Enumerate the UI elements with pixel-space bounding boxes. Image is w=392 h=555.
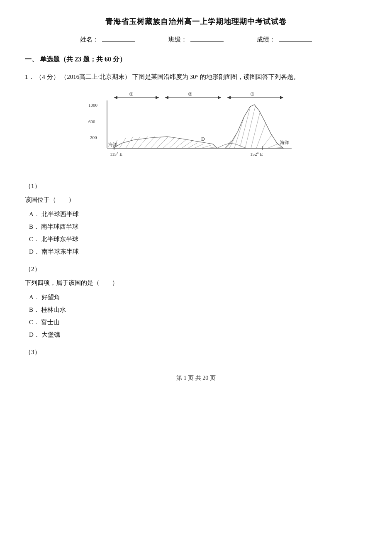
option-b1-label: B． (29, 223, 39, 230)
option-d1-label: D． (29, 248, 40, 255)
name-label: 姓名： (80, 36, 99, 44)
option-c1: C． 北半球东半球 (29, 233, 367, 245)
svg-line-9 (157, 137, 168, 148)
option-a1-text: 北半球西半球 (41, 211, 79, 218)
class-blank (190, 41, 224, 42)
svg-line-27 (268, 144, 278, 148)
name-field: 姓名： (80, 36, 135, 44)
label-d: D (201, 136, 205, 142)
svg-marker-36 (218, 96, 221, 99)
q1-number: 1． (25, 73, 34, 80)
option-a1: A． 北半球西半球 (29, 208, 367, 220)
terrain-svg: 1000 600 200 (88, 90, 304, 173)
sub-q2-options: A． 好望角 B． 桂林山水 C． 富士山 D． 大堡礁 (29, 291, 367, 341)
svg-line-22 (240, 108, 250, 148)
y-label-600: 600 (88, 119, 95, 124)
sub-q1: （1） (25, 181, 367, 192)
svg-line-5 (132, 137, 140, 148)
svg-line-15 (194, 144, 203, 148)
q1-text: 1． （4 分） （2016高二上·北京期末） 下图是某国沿纬度为 30° 的地… (25, 71, 367, 83)
svg-marker-38 (227, 96, 231, 99)
option-a2-text: 好望角 (41, 294, 60, 301)
arrow-label-1: ① (129, 91, 134, 97)
option-d1-text: 南半球东半球 (41, 248, 79, 255)
section1-header: 一、 单选题（共 23 题；共 60 分） (25, 55, 367, 64)
x-label-115: 115° E (110, 152, 122, 156)
score-field: 成绩： (257, 36, 312, 44)
x-label-152: 152° E (250, 152, 263, 156)
option-d2-label: D． (29, 331, 40, 338)
sub-q1-options: A． 北半球西半球 B． 南半球西半球 C． 北半球东半球 D． 南半球东半球 (29, 208, 367, 258)
option-c1-text: 北半球东半球 (41, 236, 78, 242)
sub-q2: （2） (25, 264, 367, 275)
svg-line-10 (163, 138, 174, 148)
question-1: 1． （4 分） （2016高二上·北京期末） 下图是某国沿纬度为 30° 的地… (25, 71, 367, 358)
option-b2-label: B． (29, 306, 39, 313)
option-d2-text: 大堡礁 (41, 331, 60, 338)
svg-line-8 (151, 137, 161, 148)
svg-line-21 (234, 116, 244, 148)
q1-score: （4 分） (36, 73, 59, 80)
option-d1: D． 南半球东半球 (29, 245, 367, 258)
label-ocean-left: 海洋 (108, 142, 117, 147)
option-d2: D． 大堡礁 (29, 328, 367, 341)
y-label-200: 200 (90, 135, 97, 140)
svg-marker-33 (156, 96, 159, 99)
class-field: 班级： (168, 36, 224, 44)
terrain-diagram: 1000 600 200 (88, 90, 304, 173)
q1-desc: 下图是某国沿纬度为 30° 的地形剖面图，读图回答下列各题。 (132, 73, 300, 80)
page-footer: 第 1 页 共 20 页 (25, 374, 367, 382)
student-info: 姓名： 班级： 成绩： (25, 36, 367, 44)
svg-marker-35 (165, 96, 168, 99)
y-label-1000: 1000 (88, 103, 98, 108)
svg-line-20 (229, 132, 238, 148)
svg-line-4 (126, 137, 133, 148)
class-label: 班级： (168, 36, 187, 44)
svg-line-11 (169, 139, 180, 148)
option-b1: B． 南半球西半球 (29, 220, 367, 233)
option-c2: C． 富士山 (29, 316, 367, 328)
page-title: 青海省玉树藏族自治州高一上学期地理期中考试试卷 (25, 17, 367, 27)
svg-line-19 (225, 140, 231, 148)
option-a2-label: A． (29, 294, 40, 301)
option-b2: B． 桂林山水 (29, 303, 367, 316)
option-b1-text: 南半球西半球 (41, 223, 78, 230)
option-c2-label: C． (29, 319, 39, 325)
option-a1-label: A． (29, 211, 40, 218)
svg-line-24 (251, 112, 260, 148)
svg-line-25 (256, 122, 266, 148)
option-b2-text: 桂林山水 (41, 306, 66, 313)
sub-q3: （3） (25, 347, 367, 358)
q1-source: （2016高二上·北京期末） (61, 73, 131, 80)
score-blank (279, 41, 312, 42)
arrow-label-2: ② (188, 91, 192, 97)
right-hatch (225, 105, 282, 148)
svg-marker-32 (114, 96, 117, 99)
arrow-label-3: ③ (250, 91, 255, 97)
option-c1-label: C． (29, 236, 39, 242)
svg-line-23 (245, 105, 256, 148)
svg-line-13 (182, 141, 192, 148)
score-label: 成绩： (257, 36, 275, 44)
option-a2: A． 好望角 (29, 291, 367, 303)
name-blank (102, 41, 135, 42)
svg-line-6 (138, 137, 148, 148)
label-ocean-right: 海洋 (280, 140, 289, 145)
svg-line-26 (262, 134, 272, 148)
svg-line-3 (119, 138, 126, 148)
sub-q2-text: 下列四项，属于该国的是（ ） (25, 277, 367, 289)
svg-line-16 (201, 145, 211, 148)
option-c2-text: 富士山 (41, 319, 60, 325)
left-hatch (113, 137, 216, 148)
sub-q1-text: 该国位于（ ） (25, 194, 367, 205)
svg-marker-39 (280, 96, 283, 99)
